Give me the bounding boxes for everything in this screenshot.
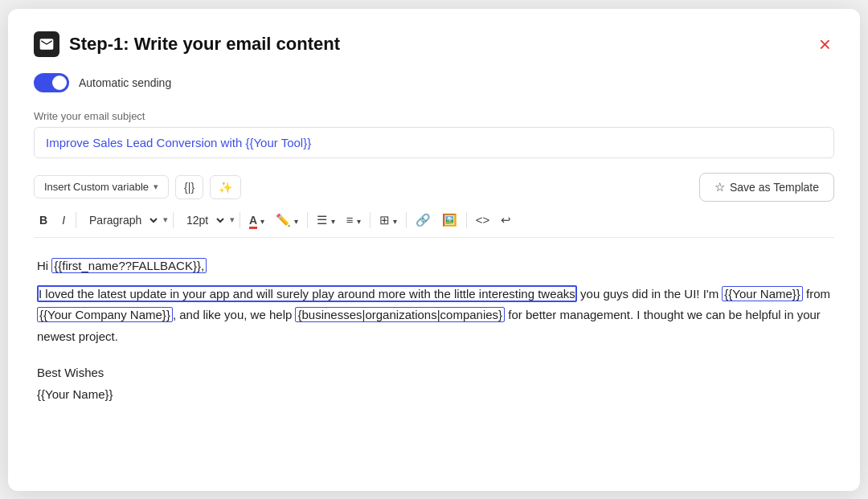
body-paragraph: I loved the latest update in your app an…: [37, 284, 831, 347]
bullet-list-chevron-icon: ▾: [331, 217, 335, 226]
signature-block: Best Wishes {{Your Name}}: [37, 362, 831, 405]
paragraph-chevron-icon: ▾: [163, 215, 168, 225]
from-text: from: [803, 287, 830, 301]
insert-custom-variable-button[interactable]: Insert Custom variable ▾: [34, 175, 169, 198]
automatic-sending-toggle[interactable]: [34, 73, 69, 92]
numbered-list-chevron-icon: ▾: [357, 217, 361, 226]
text-color-chevron-icon: ▾: [260, 217, 264, 226]
save-template-label: Save as Template: [730, 181, 819, 194]
highlight-color-button[interactable]: ✏️ ▾: [272, 210, 302, 231]
title-row: Step-1: Write your email content: [34, 31, 340, 57]
automatic-sending-row: Automatic sending: [34, 73, 834, 92]
font-size-select[interactable]: 12pt 10pt 14pt 16pt: [178, 210, 227, 231]
sign-off: Best Wishes: [37, 362, 831, 383]
star-icon: ☆: [714, 180, 725, 194]
toggle-label: Automatic sending: [79, 76, 171, 89]
bullet-list-button[interactable]: ☰ ▾: [313, 210, 338, 231]
image-button[interactable]: 🖼️: [438, 210, 461, 231]
magic-wand-icon: ✨: [219, 181, 232, 194]
first-name-variable: {{first_name??FALLBACK}},: [51, 258, 207, 273]
divider-2: [173, 212, 174, 228]
divider-7: [466, 212, 467, 228]
code-button[interactable]: <>: [472, 210, 494, 230]
email-editor[interactable]: Hi {{first_name??FALLBACK}}, I loved the…: [34, 249, 834, 411]
formatting-bar: B I Paragraph Heading 1 Heading 2 ▾ 12pt…: [34, 210, 834, 238]
fontsize-chevron-icon: ▾: [230, 215, 235, 225]
italic-button[interactable]: I: [56, 211, 71, 230]
curly-braces-icon: {|}: [184, 181, 194, 194]
divider-4: [307, 212, 308, 228]
modal-title: Step-1: Write your email content: [69, 34, 340, 55]
highlight-chevron-icon: ▾: [294, 217, 298, 226]
table-chevron-icon: ▾: [393, 217, 397, 226]
email-compose-modal: Step-1: Write your email content × Autom…: [8, 9, 860, 491]
magic-wand-button[interactable]: ✨: [210, 175, 241, 199]
link-button[interactable]: 🔗: [411, 210, 435, 231]
subject-label: Write your email subject: [34, 110, 834, 122]
toolbar-left: Insert Custom variable ▾ {|} ✨: [34, 175, 241, 199]
save-template-button[interactable]: ☆ Save as Template: [699, 173, 834, 202]
your-name-variable: {{Your Name}}: [722, 286, 803, 301]
divider-6: [406, 212, 407, 228]
subject-input[interactable]: [34, 127, 834, 158]
insert-custom-var-label: Insert Custom variable: [44, 181, 149, 193]
modal-header: Step-1: Write your email content ×: [34, 31, 834, 57]
text-color-button[interactable]: A ▾: [245, 210, 268, 230]
toolbar-row: Insert Custom variable ▾ {|} ✨ ☆ Save as…: [34, 173, 834, 202]
close-button[interactable]: ×: [816, 34, 834, 55]
numbered-list-button[interactable]: ≡ ▾: [342, 210, 365, 230]
your-company-variable: {{Your Company Name}}: [37, 307, 173, 322]
table-button[interactable]: ⊞ ▾: [375, 210, 401, 231]
divider-1: [76, 212, 76, 228]
chevron-down-icon: ▾: [154, 182, 158, 192]
paragraph-continuation: you guys did in the UI! I'm: [577, 287, 722, 301]
signature-name: {{Your Name}}: [37, 383, 831, 405]
bold-button[interactable]: B: [34, 211, 53, 230]
highlighted-sentence: I loved the latest update in your app an…: [37, 285, 577, 302]
divider-5: [370, 212, 371, 228]
email-icon: [34, 31, 59, 57]
and-like-you-text: , and like you, we help: [173, 308, 296, 321]
spintax-variable: {businesses|organizations|companies}: [295, 307, 505, 322]
undo-button[interactable]: ↩: [497, 210, 515, 231]
paragraph-style-select[interactable]: Paragraph Heading 1 Heading 2: [81, 210, 160, 231]
greeting-line: Hi {{first_name??FALLBACK}},: [37, 256, 831, 276]
curly-braces-button[interactable]: {|}: [175, 175, 203, 199]
greeting-text: Hi: [37, 259, 51, 272]
divider-3: [240, 212, 240, 228]
